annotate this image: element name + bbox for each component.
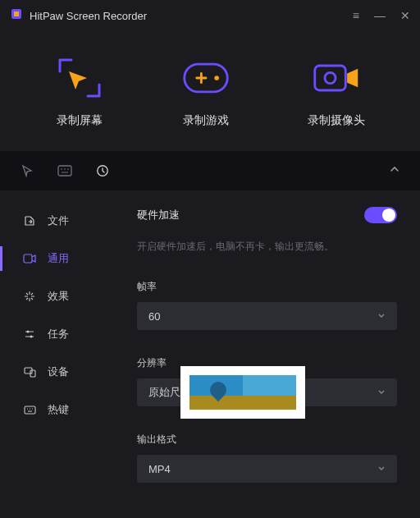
chevron-down-icon bbox=[377, 310, 386, 323]
framerate-label: 帧率 bbox=[137, 280, 397, 294]
sidebar-item-devices[interactable]: 设备 bbox=[0, 353, 127, 391]
mode-record-webcam[interactable]: 录制摄像头 bbox=[308, 57, 365, 128]
sidebar-item-files[interactable]: 文件 bbox=[0, 202, 127, 240]
menu-icon[interactable]: ≡ bbox=[353, 9, 359, 22]
sidebar-item-effects[interactable]: 效果 bbox=[0, 277, 127, 315]
sidebar-item-hotkeys[interactable]: 热键 bbox=[0, 391, 127, 429]
svg-point-3 bbox=[214, 76, 219, 80]
output-format-select[interactable]: MP4 bbox=[137, 455, 397, 483]
svg-rect-1 bbox=[14, 11, 19, 16]
export-icon bbox=[23, 214, 36, 227]
history-icon[interactable] bbox=[95, 163, 110, 178]
framerate-select[interactable]: 60 bbox=[137, 302, 397, 330]
svg-rect-13 bbox=[25, 406, 35, 414]
framerate-value: 60 bbox=[148, 310, 160, 323]
keyboard-small-icon bbox=[23, 403, 36, 416]
chevron-down-icon bbox=[377, 463, 386, 475]
mode-label: 录制屏幕 bbox=[57, 113, 103, 128]
sidebar-item-tasks[interactable]: 任务 bbox=[0, 315, 127, 353]
hw-accel-toggle[interactable] bbox=[364, 207, 397, 223]
mode-label: 录制游戏 bbox=[183, 113, 229, 128]
minimize-icon[interactable]: ― bbox=[374, 9, 386, 22]
mode-record-game[interactable]: 录制游戏 bbox=[181, 57, 231, 128]
toolbar-left bbox=[20, 163, 110, 178]
svg-rect-4 bbox=[315, 66, 346, 90]
keyboard-icon[interactable] bbox=[57, 163, 72, 178]
window-title: HitPaw Screen Recorder bbox=[30, 10, 147, 22]
mode-record-screen[interactable]: 录制屏幕 bbox=[55, 57, 104, 128]
hw-accel-title: 硬件加速 bbox=[137, 208, 180, 222]
titlebar: HitPaw Screen Recorder ≡ ― ✕ bbox=[0, 0, 420, 31]
cursor-icon[interactable] bbox=[20, 163, 34, 178]
app-logo-icon bbox=[10, 7, 23, 24]
svg-point-10 bbox=[30, 336, 33, 338]
settings-body: 文件 通用 效果 任务 设备 热键 硬件加速 开启硬件加速后，电脑不再卡，输出更… bbox=[0, 190, 420, 507]
sparkle-icon bbox=[23, 290, 36, 303]
output-format-label: 输出格式 bbox=[137, 433, 397, 447]
record-screen-icon bbox=[55, 57, 104, 99]
mode-label: 录制摄像头 bbox=[308, 113, 365, 128]
sidebar-item-label: 通用 bbox=[48, 251, 69, 266]
chevron-up-icon bbox=[389, 163, 400, 175]
sidebar-item-label: 文件 bbox=[48, 213, 69, 228]
output-format-value: MP4 bbox=[148, 463, 171, 475]
window-controls: ≡ ― ✕ bbox=[353, 9, 410, 22]
hw-accel-row: 硬件加速 bbox=[137, 207, 397, 223]
sliders-icon bbox=[23, 328, 36, 341]
sidebar-item-general[interactable]: 通用 bbox=[0, 240, 127, 277]
resolution-label: 分辨率 bbox=[137, 356, 397, 370]
sidebar-item-label: 热键 bbox=[48, 402, 69, 417]
collapse-button[interactable] bbox=[389, 163, 400, 178]
title-left: HitPaw Screen Recorder bbox=[10, 7, 147, 24]
resolution-value: 原始尺 bbox=[148, 385, 180, 400]
svg-rect-6 bbox=[58, 166, 71, 176]
close-icon[interactable]: ✕ bbox=[400, 9, 410, 22]
svg-rect-8 bbox=[24, 254, 32, 263]
settings-sidebar: 文件 通用 效果 任务 设备 热键 bbox=[0, 190, 127, 507]
mode-row: 录制屏幕 录制游戏 录制摄像头 bbox=[0, 31, 420, 151]
record-webcam-icon bbox=[312, 57, 361, 99]
settings-panel: 硬件加速 开启硬件加速后，电脑不再卡，输出更流畅。 帧率 60 分辨率 原始尺 … bbox=[127, 190, 420, 507]
camera-icon bbox=[23, 252, 36, 265]
svg-point-5 bbox=[325, 72, 336, 83]
record-game-icon bbox=[181, 57, 231, 99]
hw-accel-hint: 开启硬件加速后，电脑不再卡，输出更流畅。 bbox=[137, 240, 397, 254]
sidebar-item-label: 任务 bbox=[48, 327, 69, 342]
sidebar-item-label: 效果 bbox=[48, 289, 69, 304]
chevron-down-icon bbox=[377, 387, 386, 399]
sidebar-item-label: 设备 bbox=[48, 364, 69, 379]
devices-icon bbox=[23, 365, 36, 378]
toggle-knob bbox=[382, 209, 395, 222]
secondary-toolbar bbox=[0, 151, 420, 190]
svg-point-9 bbox=[27, 331, 30, 333]
resolution-select[interactable]: 原始尺 bbox=[137, 378, 397, 406]
